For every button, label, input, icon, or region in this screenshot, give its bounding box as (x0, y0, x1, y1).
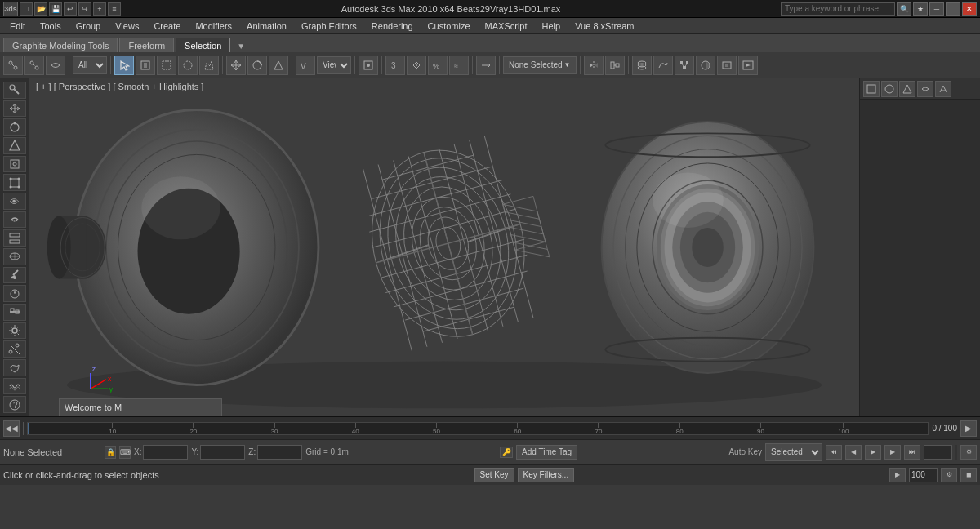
right-panel-btn3[interactable] (899, 81, 915, 97)
select-by-name-btn[interactable] (136, 56, 155, 75)
layer-btn[interactable] (632, 56, 652, 75)
selection-filter-select[interactable]: All Geometry (73, 56, 107, 74)
minimize-button[interactable]: ─ (929, 2, 944, 16)
welcome-bar[interactable]: Welcome to M (59, 398, 222, 416)
timeline-start-btn[interactable]: ◀◀ (3, 420, 20, 437)
select-move-btn[interactable] (226, 56, 246, 75)
side-move-tool[interactable] (3, 100, 26, 118)
play-btn[interactable]: ▶ (865, 445, 881, 460)
percent-snap-btn[interactable]: ≈ (449, 56, 469, 75)
spinner-snap-btn[interactable] (476, 56, 496, 75)
menu-graph-editors[interactable]: Graph Editors (295, 19, 363, 33)
menu-create[interactable]: Create (147, 19, 187, 33)
side-fluid-tool[interactable] (3, 359, 26, 376)
viewport[interactable]: [ + ] [ Perspective ] [ Smooth + Highlig… (29, 78, 859, 416)
key-filters-btn[interactable]: Key Filters... (518, 468, 575, 482)
maximize-button[interactable]: □ (946, 2, 960, 16)
create-selection-btn[interactable]: None Selected ▼ (503, 56, 577, 74)
side-layers-tool[interactable] (3, 229, 26, 247)
x-input[interactable] (143, 445, 188, 460)
prev-key-btn[interactable]: ◀ (845, 445, 862, 460)
material-editor-btn[interactable] (696, 56, 715, 75)
tb-more2[interactable]: ≡ (108, 2, 121, 16)
menu-help[interactable]: Help (536, 19, 568, 33)
close-button[interactable]: ✕ (962, 2, 977, 16)
app-logo[interactable]: 3ds (3, 2, 18, 16)
side-scale-tool[interactable] (3, 137, 26, 154)
side-link-tool[interactable] (3, 211, 26, 229)
side-snap-tool[interactable] (3, 156, 26, 173)
select-link-btn[interactable] (3, 56, 23, 75)
side-rotate-tool[interactable] (3, 118, 26, 136)
side-align-tool[interactable] (3, 304, 26, 321)
side-perspective-tool[interactable]: 👁 (3, 193, 26, 210)
menu-animation[interactable]: Animation (240, 19, 293, 33)
side-unknown-tool[interactable]: ? (3, 396, 26, 413)
align-btn[interactable] (605, 56, 625, 75)
side-shapes-tool[interactable] (3, 248, 26, 265)
add-time-tag-btn[interactable]: Add Time Tag (516, 445, 577, 460)
menu-edit[interactable]: Edit (3, 19, 32, 33)
use-pivot-btn[interactable] (359, 56, 378, 75)
more-playback-btn[interactable]: ⚙ (960, 445, 977, 460)
z-input[interactable] (257, 445, 302, 460)
menu-rendering[interactable]: Rendering (365, 19, 420, 33)
snaps-btn[interactable] (407, 56, 426, 75)
select-object-btn[interactable] (114, 56, 134, 75)
tab-selection[interactable]: Selection (176, 38, 230, 52)
unlink-btn[interactable] (24, 56, 44, 75)
side-wave-tool[interactable] (3, 378, 26, 395)
rect-select-btn[interactable] (157, 56, 176, 75)
end-frame-input[interactable] (909, 468, 938, 482)
prev-frame-btn[interactable]: ⏮ (826, 445, 842, 460)
search-button[interactable]: 🔍 (897, 2, 911, 16)
tab-freeform[interactable]: Freeform (119, 38, 174, 52)
lock-icon[interactable]: 🔒 (105, 446, 116, 459)
menu-group[interactable]: Group (69, 19, 108, 33)
render-btn[interactable] (738, 56, 758, 75)
side-ffd-tool[interactable] (3, 174, 26, 191)
auto-key-select[interactable]: Selected (765, 443, 822, 461)
tab-graphite[interactable]: Graphite Modeling Tools (3, 38, 118, 52)
set-key-btn[interactable]: Set Key (474, 468, 514, 482)
y-input[interactable] (200, 445, 245, 460)
search-input[interactable] (781, 2, 895, 16)
menu-modifiers[interactable]: Modifiers (189, 19, 238, 33)
tb-more1[interactable]: + (93, 2, 106, 16)
tb-open[interactable]: 📂 (34, 2, 47, 16)
menu-vue[interactable]: Vue 8 xStream (568, 19, 640, 33)
bind-spacewarp-btn[interactable] (46, 56, 65, 75)
coord-sys-btn[interactable]: V (296, 56, 315, 75)
menu-tools[interactable]: Tools (33, 19, 68, 33)
tb-undo[interactable]: ↩ (64, 2, 77, 16)
frame-number-input[interactable]: 0 (924, 445, 952, 460)
rotate-btn[interactable] (247, 56, 267, 75)
side-reactor-tool[interactable] (3, 285, 26, 302)
render-setup-btn[interactable] (717, 56, 737, 75)
right-panel-btn4[interactable] (917, 81, 933, 97)
menu-maxscript[interactable]: MAXScript (479, 19, 534, 33)
menu-views[interactable]: Views (109, 19, 145, 33)
viewport-config-btn[interactable]: ◼ (960, 468, 977, 482)
tb-redo[interactable]: ↪ (78, 2, 91, 16)
fence-select-btn[interactable] (199, 56, 219, 75)
scale-btn[interactable] (269, 56, 288, 75)
circ-select-btn[interactable] (178, 56, 198, 75)
angle-snap-btn[interactable]: % (428, 56, 448, 75)
tb-save[interactable]: 💾 (49, 2, 62, 16)
select-region-btn[interactable]: 3 (385, 56, 405, 75)
tb-new[interactable]: □ (20, 2, 33, 16)
keyboard-icon[interactable]: ⌨ (119, 446, 131, 459)
schematic-view-btn[interactable] (675, 56, 694, 75)
right-panel-btn5[interactable] (935, 81, 951, 97)
side-settings-tool[interactable] (3, 322, 26, 340)
right-panel-btn2[interactable] (881, 81, 898, 97)
right-panel-btn1[interactable] (863, 81, 880, 97)
time-config-btn[interactable]: ⚙ (941, 468, 957, 482)
play-options-btn[interactable]: ▶ (889, 468, 906, 482)
tab-arrow[interactable]: ▼ (232, 40, 250, 52)
next-key-btn[interactable]: ▶ (884, 445, 901, 460)
next-frame-btn[interactable]: ⏭ (904, 445, 920, 460)
coord-sys-select[interactable]: View World Local (317, 56, 351, 74)
side-select-tool[interactable] (3, 82, 26, 99)
